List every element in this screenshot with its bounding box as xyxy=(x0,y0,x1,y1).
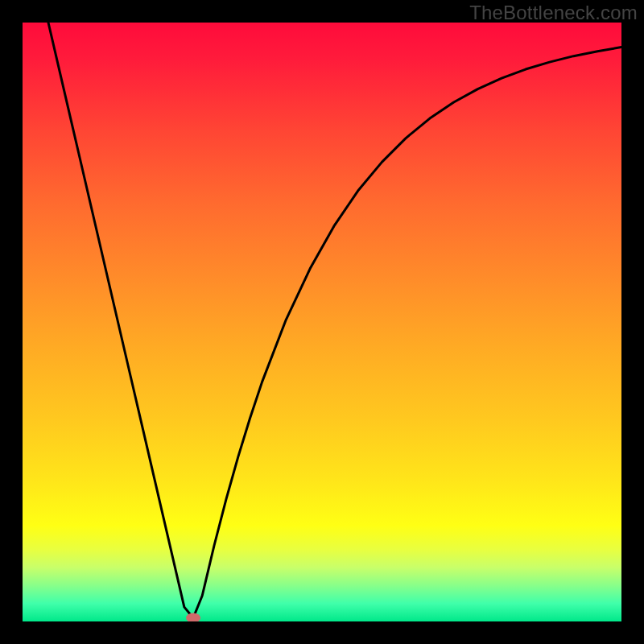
watermark-label: TheBottleneck.com xyxy=(469,2,638,24)
min-marker-icon xyxy=(186,613,200,621)
curve-path xyxy=(48,23,621,618)
bottleneck-curve xyxy=(23,23,621,621)
chart-frame: TheBottleneck.com xyxy=(0,0,644,644)
plot-area xyxy=(23,23,621,621)
